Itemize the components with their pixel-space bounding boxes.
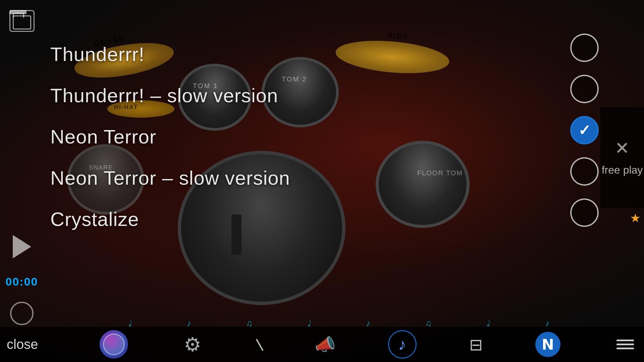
- gear-icon: ⚙: [184, 333, 201, 356]
- sidebar-play-button[interactable]: [13, 235, 31, 258]
- radio-btn-2[interactable]: [570, 75, 599, 103]
- toolbar-logo-button[interactable]: [100, 330, 128, 359]
- menu-line-1: [616, 340, 634, 341]
- song-item-5[interactable]: Crystalize: [50, 198, 352, 240]
- drumstick-icon: /: [252, 337, 268, 353]
- folder-button[interactable]: ⊟: [469, 335, 483, 354]
- song-title-3: Neon Terror: [50, 125, 156, 148]
- song-item-4[interactable]: Neon Terror – slow version: [50, 157, 352, 198]
- radio-button-column: [570, 34, 599, 227]
- free-play-button[interactable]: ★ ✕ free play: [600, 107, 644, 208]
- badge-button[interactable]: 𝗡: [535, 332, 560, 357]
- song-item-1[interactable]: Thunderrr!: [50, 34, 352, 75]
- star-icon: ★: [630, 211, 641, 225]
- close-button[interactable]: close: [7, 337, 47, 352]
- megaphone-icon: 📣: [315, 335, 335, 354]
- drumstick-button[interactable]: /: [251, 336, 268, 353]
- sidebar-folder-button[interactable]: [9, 10, 35, 32]
- music-button[interactable]: ♪: [388, 330, 417, 359]
- bottom-toolbar: close ⚙ / 📣 ♪ ⊟ 𝗡: [0, 327, 644, 362]
- settings-button[interactable]: ⚙: [181, 333, 204, 356]
- megaphone-button[interactable]: 📣: [315, 335, 335, 354]
- song-title-1: Thunderrr!: [50, 43, 145, 65]
- radio-btn-3-selected[interactable]: [570, 116, 599, 144]
- folder-icon-toolbar: ⊟: [469, 336, 483, 354]
- menu-line-2: [616, 344, 634, 345]
- music-note-icon: ♪: [398, 335, 406, 354]
- close-x-icon: ✕: [615, 138, 630, 158]
- folder-icon: [13, 15, 31, 29]
- menu-button[interactable]: [613, 336, 637, 353]
- song-item-2[interactable]: Thunderrr! – slow version: [50, 75, 352, 116]
- song-list: Thunderrr! Thunderrr! – slow version Neo…: [50, 34, 352, 240]
- song-title-2: Thunderrr! – slow version: [50, 84, 278, 107]
- song-title-5: Crystalize: [50, 208, 139, 230]
- song-title-4: Neon Terror – slow version: [50, 167, 290, 189]
- radio-btn-4[interactable]: [570, 157, 599, 186]
- badge-n-icon: 𝗡: [542, 336, 554, 353]
- song-item-3[interactable]: Neon Terror: [50, 116, 352, 157]
- left-sidebar: 00:00: [0, 0, 44, 362]
- free-play-label: free play: [602, 163, 643, 177]
- logo-inner: [103, 334, 125, 355]
- sidebar-record-button[interactable]: [10, 302, 34, 325]
- radio-btn-1[interactable]: [570, 34, 599, 62]
- radio-btn-5[interactable]: [570, 198, 599, 227]
- menu-line-3: [616, 348, 634, 349]
- sidebar-timer: 00:00: [6, 275, 38, 288]
